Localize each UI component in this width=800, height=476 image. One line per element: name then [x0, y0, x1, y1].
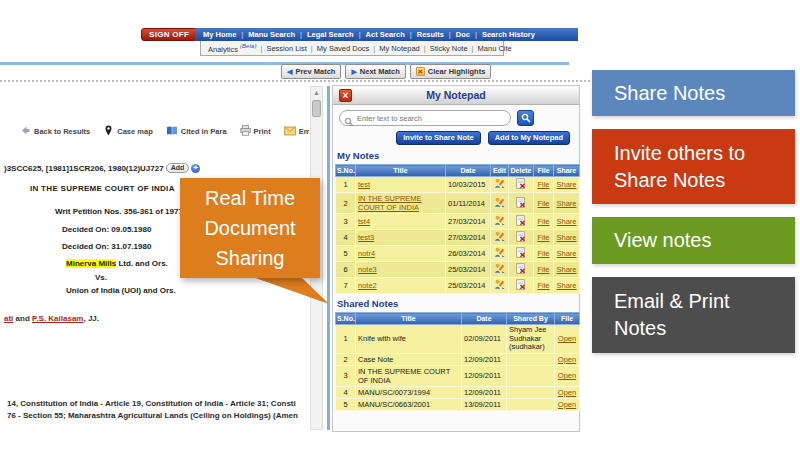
note-share-link[interactable]: Share	[556, 199, 576, 208]
note-delete-cell[interactable]	[509, 177, 534, 193]
shared-open-link[interactable]: Open	[558, 400, 576, 409]
subnav-item-manu-cite[interactable]: Manu Cite	[478, 44, 512, 53]
note-edit-cell[interactable]	[491, 230, 509, 246]
note-delete-cell[interactable]	[509, 193, 534, 214]
edit-note-icon	[494, 231, 505, 242]
note-title-link[interactable]: note2	[358, 281, 377, 290]
prev-match-button[interactable]: ◀ Prev Match	[281, 64, 341, 79]
note-delete-cell[interactable]	[509, 214, 534, 230]
nav-item-legal-search[interactable]: Legal Search	[307, 30, 354, 39]
note-share-link[interactable]: Share	[556, 249, 576, 258]
subnav-item-analytics[interactable]: Analytics (Beta)	[208, 43, 256, 54]
note-delete-cell[interactable]	[509, 262, 534, 278]
match-toolbar: ◀ Prev Match ▶ Next Match × Clear Highli…	[281, 64, 491, 79]
note-edit-cell[interactable]	[491, 262, 509, 278]
shared-open-link[interactable]: Open	[558, 371, 576, 380]
note-file-link[interactable]: File	[537, 249, 549, 258]
note-edit-cell[interactable]	[491, 193, 509, 214]
my-notes-body: 1 test 10/03/2015 File Share 2 IN THE SU…	[336, 177, 580, 294]
column-header-file: File	[534, 165, 554, 177]
note-file-link[interactable]: File	[537, 199, 549, 208]
nav-item-search-history[interactable]: Search History	[482, 30, 535, 39]
toolbar-cited-in-para-button[interactable]: Cited in Para	[166, 125, 227, 138]
toolbar-print-button[interactable]: Print	[240, 125, 271, 138]
note-share-link[interactable]: Share	[556, 180, 576, 189]
next-match-label: Next Match	[360, 67, 400, 76]
note-title-link[interactable]: test3	[358, 233, 374, 242]
scroll-up-icon[interactable]: ▲	[311, 87, 322, 98]
invite-to-share-note-button[interactable]: Invite to Share Note	[396, 131, 480, 145]
subnav-item-sticky-note[interactable]: Sticky Note	[430, 44, 468, 53]
nav-item-doc[interactable]: Doc	[456, 30, 470, 39]
note-share-link[interactable]: Share	[556, 265, 576, 274]
sign-off-button[interactable]: SIGN OFF	[141, 28, 197, 41]
notepad-search-input[interactable]	[339, 110, 511, 126]
note-delete-cell[interactable]	[509, 230, 534, 246]
note-delete-cell[interactable]	[509, 278, 534, 294]
toolbar-case-map-label: Case map	[117, 127, 152, 136]
note-file-link[interactable]: File	[537, 233, 549, 242]
note-title-link[interactable]: tst4	[358, 217, 370, 226]
note-edit-cell[interactable]	[491, 177, 509, 193]
toolbar-back-to-results-label: Back to Results	[34, 127, 90, 136]
note-share-link[interactable]: Share	[556, 281, 576, 290]
next-match-button[interactable]: ▶ Next Match	[345, 64, 405, 79]
note-share-link[interactable]: Share	[556, 217, 576, 226]
nav-item-act-search[interactable]: Act Search	[366, 30, 405, 39]
judge-link-kailasam[interactable]: P.S. Kailasam	[32, 314, 83, 323]
edit-note-icon	[494, 215, 505, 226]
nav-item-results[interactable]: Results	[417, 30, 444, 39]
note-file-link[interactable]: File	[537, 217, 549, 226]
subnav-item-my-notepad[interactable]: My Notepad	[379, 44, 419, 53]
shared-open-link[interactable]: Open	[558, 355, 576, 364]
shared-open-link[interactable]: Open	[558, 334, 576, 343]
toolbar-email-button[interactable]: Email	[284, 126, 309, 138]
note-edit-cell[interactable]	[491, 278, 509, 294]
note-date: 27/03/2014	[446, 214, 491, 230]
subnav-item-session-list[interactable]: Session List	[266, 44, 306, 53]
note-title: IN THE SUPREME COURT OF INDIA	[356, 193, 446, 214]
column-header-shared-by: Shared By	[507, 313, 555, 325]
notepad-header: × My Notepad	[333, 86, 579, 105]
note-edit-cell[interactable]	[491, 246, 509, 262]
shared-open-link[interactable]: Open	[558, 388, 576, 397]
note-title-link[interactable]: test	[358, 180, 370, 189]
shared-title: IN THE SUPREME COURT OF INDIA	[356, 365, 462, 386]
nav-item-my-home[interactable]: My Home	[203, 30, 236, 39]
toolbar-case-map-button[interactable]: Case map	[103, 125, 152, 138]
add-plus-icon[interactable]: +	[191, 164, 200, 173]
subnav-item-my-saved-docs[interactable]: My Saved Docs	[317, 44, 370, 53]
document-toolbar: Back to Results Case map Cited in Para P…	[20, 125, 309, 138]
note-file-link[interactable]: File	[537, 281, 549, 290]
add-citation-button[interactable]: Add	[166, 163, 190, 173]
beta-badge: (Beta)	[240, 43, 256, 49]
column-header-date: Date	[446, 165, 491, 177]
note-title-link[interactable]: notr4	[358, 249, 375, 258]
note-title-link[interactable]: note3	[358, 265, 377, 274]
print-icon	[240, 125, 251, 138]
scrollbar-thumb[interactable]	[312, 100, 321, 117]
nav-item-manu-search[interactable]: Manu Search	[248, 30, 295, 39]
delete-note-icon	[516, 178, 526, 189]
note-share-link[interactable]: Share	[556, 233, 576, 242]
note-delete-cell[interactable]	[509, 246, 534, 262]
note-edit-cell[interactable]	[491, 214, 509, 230]
clear-highlights-button[interactable]: × Clear Highlights	[410, 64, 492, 79]
citation-line: )3SCC625, [1981]1SCR206, 1980(12)UJ727 A…	[4, 163, 200, 173]
shared-by: Shyam Jee Sudhakar (sudhakar)	[507, 325, 555, 354]
shared-by	[507, 398, 555, 410]
note-sno: 6	[336, 262, 356, 278]
notepad-search-button[interactable]	[517, 110, 534, 126]
annotation-invite-others-to-share-notes: Invite others to Share Notes	[592, 129, 795, 204]
pane-divider	[327, 86, 330, 430]
note-file-link[interactable]: File	[537, 265, 549, 274]
cited-in-para-icon	[166, 125, 178, 138]
shared-sno: 2	[336, 353, 356, 365]
judge-link[interactable]: ati	[4, 314, 13, 323]
note-file-link[interactable]: File	[537, 180, 549, 189]
callout-line: Document	[204, 213, 295, 243]
toolbar-back-to-results-button[interactable]: Back to Results	[20, 125, 90, 138]
note-title-link[interactable]: IN THE SUPREME COURT OF INDIA	[358, 194, 422, 212]
shared-notes-body: 1 Knife with wife 02/09/2011 Shyam Jee S…	[336, 325, 580, 411]
add-to-my-notepad-button[interactable]: Add to My Notepad	[488, 131, 570, 145]
